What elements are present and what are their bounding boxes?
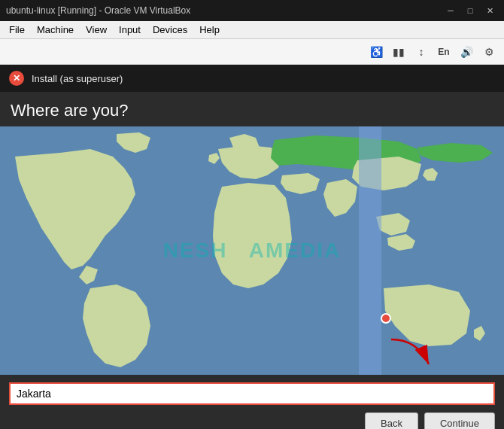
menu-devices[interactable]: Devices xyxy=(147,23,193,37)
installer-header: ✕ Install (as superuser) xyxy=(0,65,504,92)
close-button[interactable]: ✕ xyxy=(481,4,498,17)
menu-file[interactable]: File xyxy=(3,23,31,37)
location-input-wrap xyxy=(9,382,495,405)
back-button[interactable]: Back xyxy=(365,412,418,429)
menu-help[interactable]: Help xyxy=(193,23,226,37)
continue-button[interactable]: Continue xyxy=(424,412,495,429)
menu-bar: File Machine View Input Devices Help xyxy=(0,21,504,39)
minimize-button[interactable]: ─ xyxy=(442,4,459,17)
accessibility-icon[interactable]: ♿ xyxy=(367,43,385,61)
vm-settings-icon[interactable]: ⚙ xyxy=(480,43,498,61)
buttons-row: Back Continue xyxy=(9,412,495,429)
title-bar-title: ubuntu-linux [Running] - Oracle VM Virtu… xyxy=(6,5,190,16)
keyboard-layout-button[interactable]: En xyxy=(435,43,453,61)
where-section: Where are you? xyxy=(0,92,504,126)
installer-icon: ✕ xyxy=(9,71,24,86)
bottom-section: Back Continue xyxy=(0,375,504,429)
world-map[interactable]: NESH AMEDIA xyxy=(0,126,504,375)
audio-icon[interactable]: 🔊 xyxy=(457,43,475,61)
title-bar: ubuntu-linux [Running] - Oracle VM Virtu… xyxy=(0,0,504,21)
vm-toolbar: ♿ ▮▮ ↕ En 🔊 ⚙ xyxy=(0,39,504,65)
map-svg xyxy=(0,126,504,375)
title-bar-controls: ─ □ ✕ xyxy=(442,4,498,17)
ubuntu-installer: ✕ Install (as superuser) Where are you? xyxy=(0,65,504,429)
title-bar-left: ubuntu-linux [Running] - Oracle VM Virtu… xyxy=(6,5,190,16)
network-icon[interactable]: ↕ xyxy=(412,43,430,61)
battery-icon[interactable]: ▮▮ xyxy=(390,43,408,61)
menu-machine[interactable]: Machine xyxy=(31,23,80,37)
location-input[interactable] xyxy=(9,382,495,405)
menu-input[interactable]: Input xyxy=(113,23,147,37)
page-title: Where are you? xyxy=(11,101,493,120)
restore-button[interactable]: □ xyxy=(462,4,478,17)
installer-header-title: Install (as superuser) xyxy=(32,73,123,84)
menu-view[interactable]: View xyxy=(80,23,113,37)
